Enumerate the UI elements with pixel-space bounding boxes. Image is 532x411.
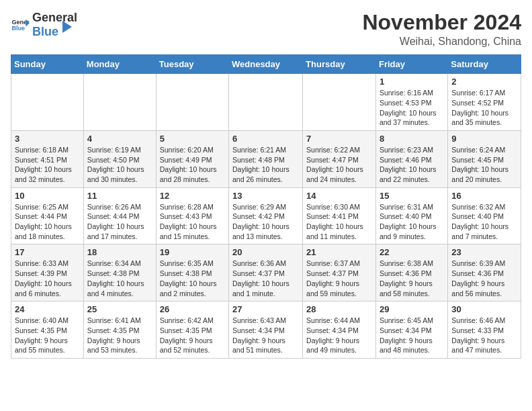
header: General Blue General Blue November 2024 … xyxy=(11,11,521,48)
calendar-cell: 6Sunrise: 6:21 AM Sunset: 4:48 PM Daylig… xyxy=(229,130,303,187)
calendar-cell: 2Sunrise: 6:17 AM Sunset: 4:52 PM Daylig… xyxy=(448,74,521,131)
calendar-week-row: 10Sunrise: 6:25 AM Sunset: 4:44 PM Dayli… xyxy=(11,187,521,244)
day-number: 11 xyxy=(87,191,152,201)
day-number: 21 xyxy=(306,247,372,257)
day-info: Sunrise: 6:30 AM Sunset: 4:41 PM Dayligh… xyxy=(306,202,372,242)
calendar-cell: 20Sunrise: 6:36 AM Sunset: 4:37 PM Dayli… xyxy=(229,244,303,302)
day-info: Sunrise: 6:20 AM Sunset: 4:49 PM Dayligh… xyxy=(160,145,225,185)
weekday-header: Sunday xyxy=(11,55,84,74)
calendar-cell: 28Sunrise: 6:44 AM Sunset: 4:34 PM Dayli… xyxy=(303,302,376,359)
logo: General Blue General Blue xyxy=(11,11,77,39)
day-info: Sunrise: 6:42 AM Sunset: 4:35 PM Dayligh… xyxy=(160,316,225,355)
day-info: Sunrise: 6:18 AM Sunset: 4:51 PM Dayligh… xyxy=(15,145,80,185)
weekday-header: Monday xyxy=(83,55,156,74)
day-number: 10 xyxy=(15,191,80,201)
day-info: Sunrise: 6:29 AM Sunset: 4:42 PM Dayligh… xyxy=(232,202,299,242)
calendar-cell: 29Sunrise: 6:45 AM Sunset: 4:34 PM Dayli… xyxy=(375,302,447,359)
weekday-header-row: SundayMondayTuesdayWednesdayThursdayFrid… xyxy=(11,55,521,74)
day-number: 13 xyxy=(232,191,299,201)
calendar-cell: 16Sunrise: 6:32 AM Sunset: 4:40 PM Dayli… xyxy=(448,187,521,244)
calendar-cell xyxy=(303,74,376,131)
day-number: 9 xyxy=(451,134,517,144)
calendar-cell: 9Sunrise: 6:24 AM Sunset: 4:45 PM Daylig… xyxy=(448,130,521,187)
weekday-header: Saturday xyxy=(448,55,521,74)
day-info: Sunrise: 6:43 AM Sunset: 4:34 PM Dayligh… xyxy=(232,316,299,355)
day-number: 16 xyxy=(451,191,517,201)
calendar-cell: 8Sunrise: 6:23 AM Sunset: 4:46 PM Daylig… xyxy=(375,130,447,187)
svg-text:Blue: Blue xyxy=(11,25,25,32)
day-info: Sunrise: 6:31 AM Sunset: 4:40 PM Dayligh… xyxy=(380,202,444,242)
calendar-cell xyxy=(156,74,228,131)
calendar-cell: 25Sunrise: 6:41 AM Sunset: 4:35 PM Dayli… xyxy=(83,302,156,359)
day-info: Sunrise: 6:36 AM Sunset: 4:37 PM Dayligh… xyxy=(232,259,299,298)
logo-text: General Blue xyxy=(32,11,77,39)
day-number: 25 xyxy=(87,304,152,314)
day-number: 18 xyxy=(87,247,152,257)
day-info: Sunrise: 6:37 AM Sunset: 4:37 PM Dayligh… xyxy=(306,259,372,298)
day-info: Sunrise: 6:26 AM Sunset: 4:44 PM Dayligh… xyxy=(87,202,152,242)
logo-icon: General Blue xyxy=(11,15,30,34)
calendar-cell: 11Sunrise: 6:26 AM Sunset: 4:44 PM Dayli… xyxy=(83,187,156,244)
day-info: Sunrise: 6:24 AM Sunset: 4:45 PM Dayligh… xyxy=(451,145,517,185)
day-number: 2 xyxy=(451,77,517,87)
day-number: 30 xyxy=(451,304,517,314)
day-info: Sunrise: 6:17 AM Sunset: 4:52 PM Dayligh… xyxy=(451,88,517,128)
weekday-header: Friday xyxy=(375,55,447,74)
calendar-cell: 17Sunrise: 6:33 AM Sunset: 4:39 PM Dayli… xyxy=(11,244,84,302)
calendar-week-row: 1Sunrise: 6:16 AM Sunset: 4:53 PM Daylig… xyxy=(11,74,521,131)
calendar-cell: 19Sunrise: 6:35 AM Sunset: 4:38 PM Dayli… xyxy=(156,244,228,302)
day-info: Sunrise: 6:22 AM Sunset: 4:47 PM Dayligh… xyxy=(306,145,372,185)
calendar-cell: 18Sunrise: 6:34 AM Sunset: 4:38 PM Dayli… xyxy=(83,244,156,302)
weekday-header: Wednesday xyxy=(229,55,303,74)
title-area: November 2024 Weihai, Shandong, China xyxy=(362,11,521,48)
day-number: 12 xyxy=(160,191,225,201)
day-info: Sunrise: 6:23 AM Sunset: 4:46 PM Dayligh… xyxy=(380,145,444,185)
day-info: Sunrise: 6:21 AM Sunset: 4:48 PM Dayligh… xyxy=(232,145,299,185)
calendar-cell: 5Sunrise: 6:20 AM Sunset: 4:49 PM Daylig… xyxy=(156,130,228,187)
day-number: 4 xyxy=(87,134,152,144)
month-title: November 2024 xyxy=(362,11,521,34)
day-number: 15 xyxy=(380,191,444,201)
calendar-cell: 24Sunrise: 6:40 AM Sunset: 4:35 PM Dayli… xyxy=(11,302,84,359)
calendar-table: SundayMondayTuesdayWednesdayThursdayFrid… xyxy=(11,54,521,359)
calendar-cell xyxy=(83,74,156,131)
day-number: 5 xyxy=(160,134,225,144)
calendar-week-row: 24Sunrise: 6:40 AM Sunset: 4:35 PM Dayli… xyxy=(11,302,521,359)
calendar-week-row: 3Sunrise: 6:18 AM Sunset: 4:51 PM Daylig… xyxy=(11,130,521,187)
calendar-cell: 23Sunrise: 6:39 AM Sunset: 4:36 PM Dayli… xyxy=(448,244,521,302)
calendar-cell: 14Sunrise: 6:30 AM Sunset: 4:41 PM Dayli… xyxy=(303,187,376,244)
day-info: Sunrise: 6:46 AM Sunset: 4:33 PM Dayligh… xyxy=(451,316,517,355)
calendar-cell: 21Sunrise: 6:37 AM Sunset: 4:37 PM Dayli… xyxy=(303,244,376,302)
day-number: 29 xyxy=(380,304,444,314)
day-number: 8 xyxy=(380,134,444,144)
calendar-cell: 27Sunrise: 6:43 AM Sunset: 4:34 PM Dayli… xyxy=(229,302,303,359)
day-number: 3 xyxy=(15,134,80,144)
calendar-cell: 4Sunrise: 6:19 AM Sunset: 4:50 PM Daylig… xyxy=(83,130,156,187)
day-number: 17 xyxy=(15,247,80,257)
day-info: Sunrise: 6:16 AM Sunset: 4:53 PM Dayligh… xyxy=(380,88,444,128)
calendar-cell: 15Sunrise: 6:31 AM Sunset: 4:40 PM Dayli… xyxy=(375,187,447,244)
day-number: 23 xyxy=(451,247,517,257)
day-number: 20 xyxy=(232,247,299,257)
day-number: 24 xyxy=(15,304,80,314)
day-number: 26 xyxy=(160,304,225,314)
day-number: 19 xyxy=(160,247,225,257)
calendar-cell xyxy=(11,74,84,131)
calendar-cell: 12Sunrise: 6:28 AM Sunset: 4:43 PM Dayli… xyxy=(156,187,228,244)
calendar-cell: 1Sunrise: 6:16 AM Sunset: 4:53 PM Daylig… xyxy=(375,74,447,131)
day-info: Sunrise: 6:25 AM Sunset: 4:44 PM Dayligh… xyxy=(15,202,80,242)
weekday-header: Thursday xyxy=(303,55,376,74)
calendar-cell: 22Sunrise: 6:38 AM Sunset: 4:36 PM Dayli… xyxy=(375,244,447,302)
day-info: Sunrise: 6:35 AM Sunset: 4:38 PM Dayligh… xyxy=(160,259,225,298)
day-info: Sunrise: 6:19 AM Sunset: 4:50 PM Dayligh… xyxy=(87,145,152,185)
calendar-week-row: 17Sunrise: 6:33 AM Sunset: 4:39 PM Dayli… xyxy=(11,244,521,302)
calendar-cell xyxy=(229,74,303,131)
day-info: Sunrise: 6:32 AM Sunset: 4:40 PM Dayligh… xyxy=(451,202,517,242)
calendar-cell: 13Sunrise: 6:29 AM Sunset: 4:42 PM Dayli… xyxy=(229,187,303,244)
calendar-cell: 3Sunrise: 6:18 AM Sunset: 4:51 PM Daylig… xyxy=(11,130,84,187)
location-title: Weihai, Shandong, China xyxy=(362,36,521,48)
day-number: 27 xyxy=(232,304,299,314)
day-number: 7 xyxy=(306,134,372,144)
calendar-cell: 7Sunrise: 6:22 AM Sunset: 4:47 PM Daylig… xyxy=(303,130,376,187)
calendar-cell: 10Sunrise: 6:25 AM Sunset: 4:44 PM Dayli… xyxy=(11,187,84,244)
